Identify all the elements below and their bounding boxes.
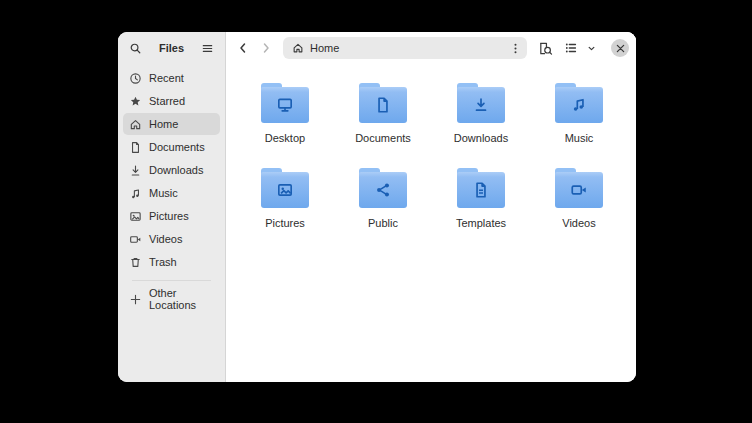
folder-body xyxy=(359,87,407,123)
folder-templates[interactable]: Templates xyxy=(432,168,530,253)
file-grid: Desktop Documents Download xyxy=(226,64,636,382)
headerbar: Home xyxy=(226,32,636,64)
sidebar-item-recent[interactable]: Recent xyxy=(123,67,220,89)
hamburger-menu-icon xyxy=(201,42,214,55)
folder-downloads[interactable]: Downloads xyxy=(432,83,530,168)
sidebar-header: Files xyxy=(118,32,225,64)
main-menu-button[interactable] xyxy=(199,39,217,57)
folder-icon xyxy=(261,168,309,208)
folder-icon xyxy=(555,168,603,208)
sidebar-item-downloads[interactable]: Downloads xyxy=(123,159,220,181)
sidebar-item-label: Pictures xyxy=(149,210,189,222)
star-icon xyxy=(129,95,142,108)
sidebar-item-label: Other Locations xyxy=(149,287,214,311)
folder-desktop[interactable]: Desktop xyxy=(236,83,334,168)
close-icon xyxy=(616,44,625,53)
sidebar-item-label: Documents xyxy=(149,141,205,153)
folder-label: Videos xyxy=(562,217,595,229)
sidebar-item-home[interactable]: Home xyxy=(123,113,220,135)
search-document-icon xyxy=(538,41,553,56)
desktop-emblem-icon xyxy=(276,96,294,114)
search-button[interactable] xyxy=(126,39,144,57)
folder-icon xyxy=(359,168,407,208)
download-icon xyxy=(129,164,142,177)
folder-videos[interactable]: Videos xyxy=(530,168,628,253)
search-icon xyxy=(129,42,142,55)
share-emblem-icon xyxy=(374,181,392,199)
location-menu-button[interactable] xyxy=(506,39,524,57)
sidebar-item-pictures[interactable]: Pictures xyxy=(123,205,220,227)
folder-label: Documents xyxy=(355,132,411,144)
folder-documents[interactable]: Documents xyxy=(334,83,432,168)
video-icon xyxy=(129,233,142,246)
plus-icon xyxy=(129,293,142,306)
home-icon xyxy=(129,118,142,131)
sidebar-item-label: Videos xyxy=(149,233,182,245)
search-location-button[interactable] xyxy=(534,37,556,59)
folder-music[interactable]: Music xyxy=(530,83,628,168)
sidebar-separator xyxy=(132,280,211,281)
main-pane: Home xyxy=(226,32,636,382)
folder-icon xyxy=(359,83,407,123)
folder-public[interactable]: Public xyxy=(334,168,432,253)
trash-icon xyxy=(129,256,142,269)
folder-pictures[interactable]: Pictures xyxy=(236,168,334,253)
sidebar-item-label: Starred xyxy=(149,95,185,107)
document-icon xyxy=(129,141,142,154)
view-toggle-group xyxy=(561,37,601,59)
folder-body xyxy=(261,87,309,123)
sidebar-item-label: Recent xyxy=(149,72,184,84)
folder-icon xyxy=(457,83,505,123)
image-emblem-icon xyxy=(276,181,294,199)
back-button[interactable] xyxy=(233,37,253,59)
music-emblem-icon xyxy=(570,96,588,114)
list-view-button[interactable] xyxy=(561,37,581,59)
sidebar-item-label: Downloads xyxy=(149,164,203,176)
sidebar-item-starred[interactable]: Starred xyxy=(123,90,220,112)
chevron-left-icon xyxy=(236,41,250,55)
folder-label: Pictures xyxy=(265,217,305,229)
folder-label: Templates xyxy=(456,217,506,229)
clock-icon xyxy=(129,72,142,85)
folder-icon xyxy=(457,168,505,208)
sidebar-item-documents[interactable]: Documents xyxy=(123,136,220,158)
app-title: Files xyxy=(159,42,184,54)
folder-body xyxy=(359,172,407,208)
files-window: Files Recent Starred Home Documents xyxy=(118,32,636,382)
folder-label: Public xyxy=(368,217,398,229)
folder-label: Music xyxy=(565,132,594,144)
video-emblem-icon xyxy=(570,181,588,199)
sidebar: Files Recent Starred Home Documents xyxy=(118,32,226,382)
folder-label: Desktop xyxy=(265,132,305,144)
music-note-icon xyxy=(129,187,142,200)
sidebar-item-trash[interactable]: Trash xyxy=(123,251,220,273)
list-view-icon xyxy=(564,41,578,55)
forward-button[interactable] xyxy=(256,37,276,59)
folder-icon xyxy=(261,83,309,123)
image-icon xyxy=(129,210,142,223)
download-emblem-icon xyxy=(472,96,490,114)
sidebar-item-label: Trash xyxy=(149,256,177,268)
folder-label: Downloads xyxy=(454,132,508,144)
folder-body xyxy=(261,172,309,208)
desktop-background: { "window": { "title": "Files", "sidebar… xyxy=(0,0,752,423)
folder-body xyxy=(555,172,603,208)
chevron-down-icon xyxy=(586,43,597,54)
sidebar-list: Recent Starred Home Documents Downloads xyxy=(118,64,225,311)
document-emblem-icon xyxy=(374,96,392,114)
folder-body xyxy=(457,172,505,208)
current-location-label: Home xyxy=(310,42,339,54)
template-emblem-icon xyxy=(472,181,490,199)
close-window-button[interactable] xyxy=(611,39,629,57)
folder-body xyxy=(457,87,505,123)
sidebar-item-music[interactable]: Music xyxy=(123,182,220,204)
sidebar-item-other-locations[interactable]: Other Locations xyxy=(123,288,220,310)
path-bar[interactable]: Home xyxy=(283,37,527,59)
sidebar-item-label: Music xyxy=(149,187,178,199)
chevron-right-icon xyxy=(259,41,273,55)
view-options-button[interactable] xyxy=(581,37,601,59)
sidebar-item-videos[interactable]: Videos xyxy=(123,228,220,250)
home-icon xyxy=(292,42,304,54)
vertical-dots-icon xyxy=(509,42,522,55)
folder-icon xyxy=(555,83,603,123)
